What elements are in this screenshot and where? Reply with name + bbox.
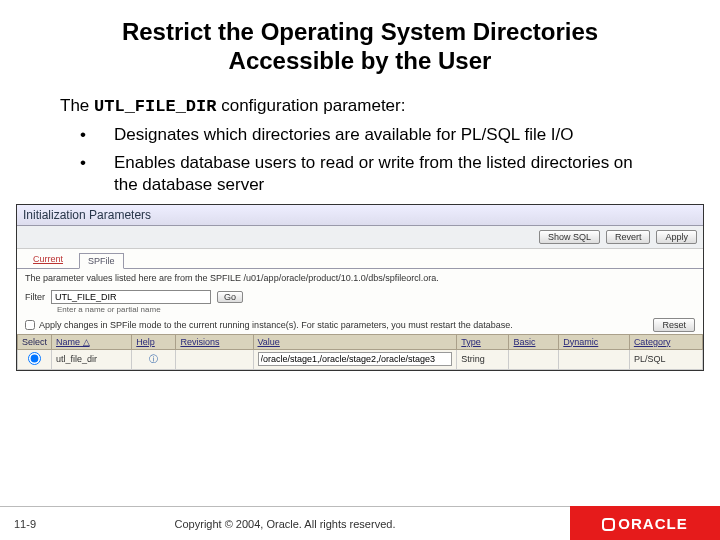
filter-label: Filter — [25, 292, 45, 302]
intro-pre: The — [60, 96, 94, 115]
bullet-marker: • — [80, 152, 114, 196]
col-dynamic[interactable]: Dynamic — [559, 334, 630, 349]
apply-button[interactable]: Apply — [656, 230, 697, 244]
intro-code: UTL_FILE_DIR — [94, 97, 216, 116]
revert-button[interactable]: Revert — [606, 230, 651, 244]
cell-basic — [509, 349, 559, 369]
footer-left: 11-9 Copyright © 2004, Oracle. All right… — [0, 506, 570, 540]
apply-row: Apply changes in SPFile mode to the curr… — [17, 318, 703, 334]
col-revisions[interactable]: Revisions — [176, 334, 253, 349]
filter-row: Filter Go — [17, 288, 703, 304]
table-header-row: Select Name △ Help Revisions Value Type … — [18, 334, 703, 349]
col-type[interactable]: Type — [457, 334, 509, 349]
go-button[interactable]: Go — [217, 291, 243, 303]
col-select: Select — [18, 334, 52, 349]
panel-heading: Initialization Parameters — [17, 205, 703, 226]
intro-line: The UTL_FILE_DIR configuration parameter… — [60, 96, 660, 116]
slide-title: Restrict the Operating System Directorie… — [0, 0, 720, 92]
cell-help[interactable]: ⓘ — [132, 349, 176, 369]
cell-name: utl_file_dir — [52, 349, 132, 369]
brand-text: ORACLE — [618, 515, 687, 532]
toolbar: Show SQL Revert Apply — [17, 226, 703, 249]
bullet-text: Designates which directories are availab… — [114, 124, 660, 146]
oracle-logo-icon — [602, 518, 615, 531]
bullet-marker: • — [80, 124, 114, 146]
filter-input[interactable] — [51, 290, 211, 304]
spfile-note: The parameter values listed here are fro… — [17, 269, 703, 288]
apply-checkbox[interactable] — [25, 320, 35, 330]
bullet-item: • Enables database users to read or writ… — [80, 152, 660, 196]
show-sql-button[interactable]: Show SQL — [539, 230, 600, 244]
slide-content: The UTL_FILE_DIR configuration parameter… — [0, 92, 720, 196]
table-row: utl_file_dir ⓘ String PL/SQL — [18, 349, 703, 369]
col-help[interactable]: Help — [132, 334, 176, 349]
apply-text: Apply changes in SPFile mode to the curr… — [39, 320, 513, 330]
copyright: Copyright © 2004, Oracle. All rights res… — [0, 518, 570, 530]
brand-badge: ORACLE — [570, 506, 720, 540]
cell-category: PL/SQL — [629, 349, 702, 369]
value-input[interactable] — [258, 352, 453, 366]
cell-dynamic — [559, 349, 630, 369]
cell-type: String — [457, 349, 509, 369]
bullet-text: Enables database users to read or write … — [114, 152, 660, 196]
col-basic[interactable]: Basic — [509, 334, 559, 349]
cell-revisions — [176, 349, 253, 369]
col-name-label: Name — [56, 337, 80, 347]
tab-current[interactable]: Current — [25, 252, 71, 268]
row-select-radio[interactable] — [28, 352, 41, 365]
filter-hint: Enter a name or partial name — [17, 304, 703, 318]
intro-post: configuration parameter: — [216, 96, 405, 115]
parameters-table: Select Name △ Help Revisions Value Type … — [17, 334, 703, 370]
tabstrip: Current SPFile — [17, 249, 703, 269]
bullet-item: • Designates which directories are avail… — [80, 124, 660, 146]
col-name[interactable]: Name △ — [52, 334, 132, 349]
col-value[interactable]: Value — [253, 334, 457, 349]
tab-spfile[interactable]: SPFile — [79, 253, 124, 269]
cell-value — [253, 349, 457, 369]
embedded-screenshot: Initialization Parameters Show SQL Rever… — [16, 204, 704, 371]
col-category[interactable]: Category — [629, 334, 702, 349]
reset-button[interactable]: Reset — [653, 318, 695, 332]
footer: 11-9 Copyright © 2004, Oracle. All right… — [0, 506, 720, 540]
